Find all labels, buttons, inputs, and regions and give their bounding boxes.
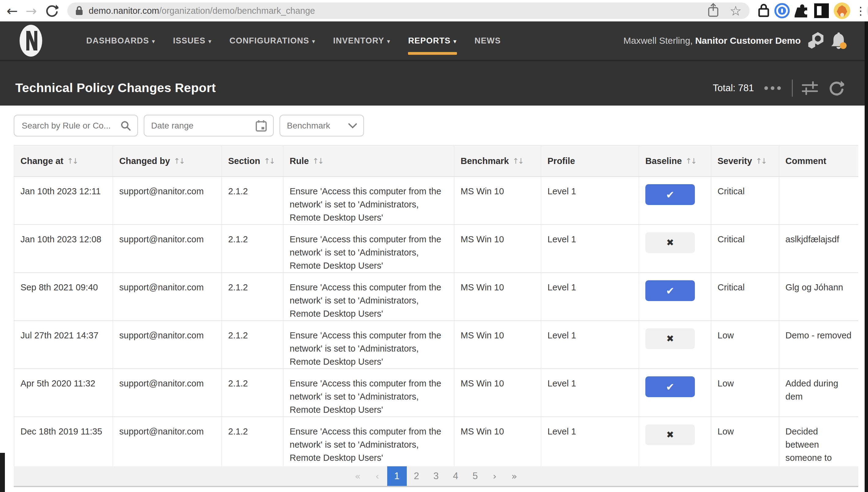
- page-button-1[interactable]: 1: [387, 466, 407, 486]
- table-row: Jul 27th 2021 14:37 support@nanitor.com …: [14, 321, 858, 369]
- menu-item-configurations[interactable]: CONFIGURATIONS▾: [229, 21, 315, 60]
- page-button-3[interactable]: 3: [426, 466, 446, 486]
- https-lock-icon[interactable]: [75, 5, 83, 16]
- menu-item-news[interactable]: NEWS▾: [475, 21, 501, 60]
- col-header-changed-by[interactable]: Changed by↑↓: [113, 145, 222, 176]
- search-input[interactable]: [21, 121, 117, 131]
- url-path: /organization/demo/benchmark_change: [159, 6, 315, 16]
- prev-page-button[interactable]: ‹: [367, 466, 387, 486]
- page-button-2[interactable]: 2: [407, 466, 426, 486]
- baseline-toggle[interactable]: ✔: [645, 184, 695, 205]
- baseline-state-icon: ✖: [666, 334, 674, 343]
- back-icon[interactable]: ←: [4, 0, 20, 21]
- column-settings-icon[interactable]: [802, 81, 818, 95]
- table-header: Change at↑↓ Changed by↑↓ Section↑↓ Rule↑…: [14, 145, 858, 176]
- baseline-toggle[interactable]: ✖: [645, 328, 695, 349]
- sort-icon[interactable]: ↑↓: [685, 157, 696, 166]
- col-header-change-at[interactable]: Change at↑↓: [14, 145, 113, 176]
- cell-section: 2.1.2: [222, 321, 283, 369]
- cell-section: 2.1.2: [222, 225, 283, 273]
- col-header-benchmark[interactable]: Benchmark↑↓: [454, 145, 541, 176]
- sort-icon[interactable]: ↑↓: [264, 157, 274, 166]
- url-host: demo.nanitor.com: [89, 6, 159, 16]
- cell-profile: Level 1: [541, 369, 639, 417]
- more-options-icon[interactable]: [764, 86, 781, 90]
- next-page-button[interactable]: ›: [485, 466, 505, 486]
- cell-profile: Level 1: [541, 417, 639, 466]
- col-header-baseline[interactable]: Baseline↑↓: [639, 145, 711, 176]
- cell-profile: Level 1: [541, 176, 639, 225]
- cell-change-at: Jan 10th 2023 12:11: [14, 176, 113, 225]
- bookmark-star-icon[interactable]: ☆: [730, 3, 742, 19]
- sidebar-extension-icon[interactable]: [814, 3, 829, 18]
- cell-baseline: ✖: [639, 225, 711, 273]
- baseline-toggle[interactable]: ✖: [645, 232, 695, 253]
- forward-icon[interactable]: →: [23, 0, 39, 21]
- cell-rule: Ensure 'Access this computer from the ne…: [283, 417, 454, 466]
- menu-item-reports[interactable]: REPORTS▾: [408, 21, 457, 60]
- baseline-state-icon: ✖: [666, 238, 674, 247]
- sort-icon[interactable]: ↑↓: [67, 157, 77, 166]
- lock-extension-icon[interactable]: [758, 3, 769, 19]
- first-page-button[interactable]: «: [348, 466, 367, 486]
- last-page-button[interactable]: »: [505, 466, 524, 486]
- browser-menu-icon[interactable]: ⋮: [855, 5, 862, 17]
- cell-severity: Critical: [711, 176, 779, 225]
- organization-hex-icon[interactable]: [807, 31, 824, 50]
- notifications-bell-icon[interactable]: [831, 32, 847, 50]
- main-menu: DASHBOARDS▾ ISSUES▾ CONFIGURATIONS▾ INVE…: [86, 21, 501, 60]
- caret-down-icon: ▾: [152, 38, 155, 45]
- user-menu[interactable]: Maxwell Sterling,Nanitor Customer Demo: [623, 35, 801, 46]
- cell-benchmark: MS Win 10: [454, 225, 541, 273]
- sort-icon[interactable]: ↑↓: [756, 157, 766, 166]
- col-header-rule[interactable]: Rule↑↓: [283, 145, 454, 176]
- baseline-state-icon: ✔: [666, 382, 674, 392]
- baseline-toggle[interactable]: ✔: [645, 280, 695, 301]
- date-range-filter[interactable]: Date range: [144, 115, 274, 137]
- cell-comment: Demo - removed: [779, 321, 858, 369]
- reload-icon[interactable]: [44, 0, 59, 21]
- col-header-section[interactable]: Section↑↓: [222, 145, 283, 176]
- url-bar[interactable]: demo.nanitor.com/organization/demo/bench…: [67, 2, 750, 19]
- benchmark-filter-label: Benchmark: [287, 121, 344, 131]
- divider: [792, 79, 793, 97]
- share-icon[interactable]: [707, 2, 719, 19]
- benchmark-filter[interactable]: Benchmark: [280, 115, 364, 137]
- app-navbar: DASHBOARDS▾ ISSUES▾ CONFIGURATIONS▾ INVE…: [0, 21, 868, 60]
- policy-changes-table: Change at↑↓ Changed by↑↓ Section↑↓ Rule↑…: [14, 145, 858, 466]
- screen-edge-left: [0, 453, 5, 492]
- nanitor-logo[interactable]: [13, 24, 49, 58]
- menu-item-inventory[interactable]: INVENTORY▾: [333, 21, 390, 60]
- cell-baseline: ✔: [639, 273, 711, 321]
- cell-change-at: Jul 27th 2021 14:37: [14, 321, 113, 369]
- search-filter[interactable]: [14, 115, 138, 137]
- baseline-state-icon: ✖: [666, 430, 674, 439]
- cell-benchmark: MS Win 10: [454, 417, 541, 466]
- browser-profile-avatar[interactable]: [834, 2, 850, 19]
- caret-down-icon: ▾: [453, 38, 457, 45]
- cell-rule: Ensure 'Access this computer from the ne…: [283, 225, 454, 273]
- cell-changed-by: support@nanitor.com: [113, 417, 222, 466]
- sort-icon[interactable]: ↑↓: [312, 157, 323, 166]
- sort-icon[interactable]: ↑↓: [174, 157, 184, 166]
- baseline-toggle[interactable]: ✔: [645, 376, 695, 397]
- cell-section: 2.1.2: [222, 176, 283, 225]
- extensions-puzzle-icon[interactable]: [795, 3, 809, 19]
- refresh-icon[interactable]: [827, 80, 844, 96]
- table-row: Jan 10th 2023 12:11 support@nanitor.com …: [14, 176, 858, 225]
- col-header-severity[interactable]: Severity↑↓: [711, 145, 779, 176]
- page-button-4[interactable]: 4: [446, 466, 465, 486]
- page-button-5[interactable]: 5: [465, 466, 485, 486]
- cell-comment: [779, 176, 858, 225]
- table-row: Dec 18th 2019 11:35 support@nanitor.com …: [14, 417, 858, 466]
- menu-item-dashboards[interactable]: DASHBOARDS▾: [86, 21, 155, 60]
- sort-icon[interactable]: ↑↓: [513, 157, 523, 166]
- cell-rule: Ensure 'Access this computer from the ne…: [283, 273, 454, 321]
- baseline-toggle[interactable]: ✖: [645, 424, 695, 445]
- menu-item-issues[interactable]: ISSUES▾: [173, 21, 212, 60]
- password-manager-icon[interactable]: [774, 3, 790, 18]
- browser-toolbar: ← → demo.nanitor.com/organization/demo/b…: [0, 0, 868, 21]
- cell-baseline: ✔: [639, 369, 711, 417]
- cell-rule: Ensure 'Access this computer from the ne…: [283, 369, 454, 417]
- col-header-comment: Comment↑↓: [779, 145, 858, 176]
